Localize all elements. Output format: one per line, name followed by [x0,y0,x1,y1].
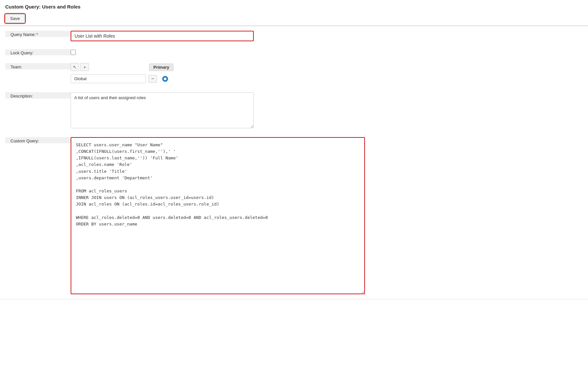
team-name-input[interactable] [71,74,146,83]
form-container: Query Name:* Lock Query: Team: ↖ [0,26,588,299]
divider-2 [0,299,588,299]
custom-query-field [71,137,365,295]
lock-query-row: Lock Query: [0,46,588,59]
page-container: Custom Query: Users and Roles Save Query… [0,0,588,377]
query-name-label: Query Name:* [5,31,71,37]
description-field [71,92,365,129]
query-name-input[interactable] [71,31,254,41]
team-input-row: − [71,74,365,83]
query-name-field [71,31,365,41]
team-primary-radio[interactable] [162,76,168,82]
team-primary-label: Primary [149,63,173,71]
team-remove-button[interactable]: − [148,75,157,83]
description-label: Description: [5,92,71,99]
team-select-button[interactable]: ↖ [71,63,79,71]
custom-query-textarea[interactable] [71,137,365,294]
page-title: Custom Query: Users and Roles [0,0,588,12]
team-row: Team: ↖ + Primary − [0,59,588,88]
custom-query-row: Custom Query: [0,133,588,299]
radio-dot-inner [164,78,166,80]
description-row: Description: [0,88,588,133]
save-button[interactable]: Save [5,14,25,23]
cursor-icon: ↖ [73,64,77,70]
lock-query-checkbox[interactable] [71,50,76,55]
toolbar: Save [0,12,588,26]
minus-icon: − [151,76,154,82]
query-name-row: Query Name:* [0,26,588,46]
lock-query-label: Lock Query: [5,49,71,55]
custom-query-label: Custom Query: [5,137,71,143]
team-field: ↖ + Primary − [71,63,365,83]
lock-query-field [71,49,365,56]
description-textarea[interactable] [71,92,254,128]
plus-icon: + [83,64,86,70]
team-buttons-row: ↖ + Primary [71,63,365,71]
team-label: Team: [5,63,71,69]
team-add-button[interactable]: + [80,63,89,71]
